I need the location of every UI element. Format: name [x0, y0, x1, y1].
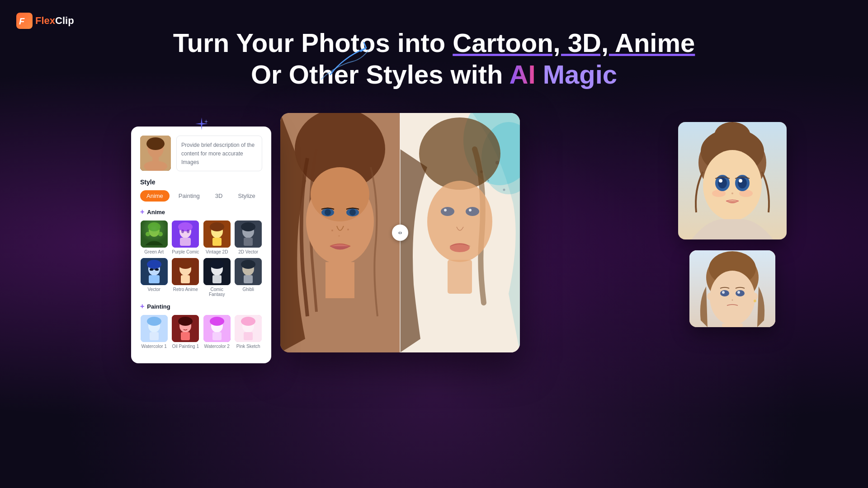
tab-anime[interactable]: Anime: [140, 190, 170, 202]
svg-point-9: [146, 232, 150, 236]
svg-point-34: [178, 260, 193, 269]
description-text: Provide brief description of the content…: [181, 142, 255, 165]
title-line2: Or Other Styles with AI Magic: [0, 59, 868, 90]
right-thumb-small: [689, 250, 775, 327]
svg-rect-47: [150, 332, 159, 340]
svg-point-107: [710, 271, 755, 325]
purple-comic-thumb: [172, 221, 199, 248]
anime-section-header: + Anime: [140, 208, 262, 216]
retro-anime-label: Retro Anime: [173, 287, 198, 292]
image-split-view: ‹›: [280, 113, 520, 352]
svg-point-85: [450, 243, 470, 252]
painting-section-header: + Painting: [140, 302, 262, 310]
blue-arrow-decoration: [321, 39, 375, 86]
svg-rect-51: [181, 332, 190, 340]
style-item-vector[interactable]: Vector: [140, 258, 168, 297]
svg-point-70: [339, 235, 340, 237]
svg-rect-14: [180, 238, 191, 246]
svg-rect-86: [448, 260, 472, 294]
svg-point-68: [331, 230, 333, 231]
uploaded-photo-thumb: [140, 136, 171, 171]
svg-rect-29: [155, 268, 159, 271]
svg-point-69: [347, 229, 349, 230]
anime-style-grid: Green Art Purple Comic: [140, 221, 262, 297]
anime-section-label: Anime: [147, 209, 165, 216]
style-item-ghibli[interactable]: Ghibli: [235, 258, 263, 297]
watercolor1-thumb: [141, 315, 168, 342]
svg-point-111: [737, 291, 740, 294]
svg-point-50: [178, 317, 193, 326]
svg-point-54: [210, 317, 224, 326]
svg-point-76: [487, 180, 489, 182]
svg-point-112: [732, 300, 733, 301]
svg-point-19: [210, 222, 224, 231]
svg-point-98: [718, 178, 727, 188]
comic-fantasy-label: Comic Fantasy: [203, 287, 231, 297]
svg-rect-39: [212, 275, 222, 283]
svg-point-99: [738, 178, 747, 188]
pink-sketch-thumb: [235, 315, 262, 342]
svg-point-110: [722, 291, 725, 294]
logo-icon: F: [16, 13, 33, 29]
svg-point-101: [739, 179, 742, 183]
svg-point-38: [210, 260, 224, 269]
svg-point-82: [466, 207, 479, 216]
svg-point-113: [707, 293, 712, 300]
style-item-green-art[interactable]: Green Art: [140, 221, 168, 254]
description-box[interactable]: Provide brief description of the content…: [176, 136, 262, 171]
style-item-pink-sketch[interactable]: Pink Sketch: [235, 315, 263, 349]
svg-point-93: [703, 150, 762, 221]
style-item-purple-comic[interactable]: Purple Comic: [172, 221, 200, 254]
svg-rect-24: [244, 238, 253, 246]
tab-stylize[interactable]: Stylize: [231, 190, 261, 202]
page-content: F FlexClip Turn Your Photos into Cartoon…: [0, 0, 868, 488]
2d-vector-label: 2D Vector: [238, 249, 258, 254]
comic-fantasy-thumb: [203, 258, 231, 285]
painting-section-label: Painting: [147, 303, 170, 310]
svg-point-79: [419, 117, 500, 190]
svg-rect-55: [212, 332, 222, 340]
slider-control[interactable]: ‹›: [392, 225, 408, 241]
vintage-2d-label: Vintage 2D: [206, 249, 228, 254]
svg-point-78: [503, 189, 505, 191]
svg-point-23: [241, 222, 255, 231]
style-item-watercolor1[interactable]: Watercolor 1: [140, 315, 168, 349]
style-item-oil-painting1[interactable]: Oil Painting 1: [172, 315, 200, 349]
title-section: Turn Your Photos into Cartoon, 3D, Anime…: [0, 0, 868, 90]
tab-3d[interactable]: 3D: [209, 190, 229, 202]
logo[interactable]: F FlexClip: [16, 13, 74, 29]
svg-point-15: [181, 230, 184, 233]
left-panel: Provide brief description of the content…: [131, 127, 271, 363]
svg-point-100: [719, 179, 722, 183]
sparkle-icon: [194, 117, 209, 134]
style-label: Style: [140, 178, 262, 186]
panel-top: Provide brief description of the content…: [140, 136, 262, 171]
magic-text: Magic: [543, 60, 617, 89]
painting-plus-icon: +: [140, 302, 144, 310]
svg-point-10: [158, 232, 163, 236]
style-item-watercolor2[interactable]: Watercolor 2: [203, 315, 231, 349]
style-item-retro-anime[interactable]: Retro Anime: [172, 258, 200, 297]
svg-point-83: [444, 209, 447, 211]
logo-text: FlexClip: [35, 15, 74, 27]
svg-point-13: [178, 222, 193, 231]
right-thumb-large: [678, 122, 787, 239]
slider-arrows-icon: ‹›: [398, 230, 402, 236]
tab-painting[interactable]: Painting: [172, 190, 206, 202]
vector-thumb: [141, 258, 168, 285]
style-item-vintage-2d[interactable]: Vintage 2D: [203, 221, 231, 254]
large-thumb-content: [678, 122, 787, 239]
ai-text: AI: [509, 60, 536, 89]
right-thumbnails: [678, 122, 787, 327]
style-item-comic-fantasy[interactable]: Comic Fantasy: [203, 258, 231, 297]
svg-point-109: [736, 290, 745, 296]
svg-point-7: [149, 224, 160, 237]
svg-point-114: [752, 293, 758, 300]
ghibli-thumb: [235, 258, 262, 285]
svg-rect-6: [141, 221, 168, 248]
svg-point-102: [731, 192, 733, 194]
oil-painting1-label: Oil Painting 1: [172, 344, 199, 349]
svg-rect-43: [244, 275, 253, 283]
style-item-2d-vector[interactable]: 2D Vector: [235, 221, 263, 254]
svg-point-3: [146, 137, 165, 150]
